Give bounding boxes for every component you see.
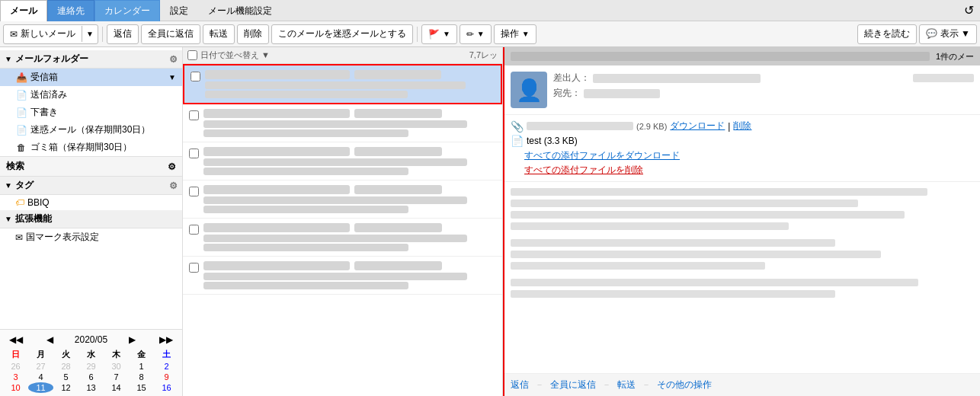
separator-1 xyxy=(102,27,103,42)
email-row-4[interactable] xyxy=(183,180,502,219)
email-preview-3 xyxy=(203,168,408,175)
select-all-checkbox[interactable] xyxy=(187,50,197,60)
cal-prev-prev[interactable]: ◀◀ xyxy=(6,334,26,345)
spam-folder[interactable]: 📄 迷惑メール（保存期間30日） xyxy=(0,121,182,139)
cal-day-27[interactable]: 27 xyxy=(28,361,53,372)
email-subject-5 xyxy=(203,235,467,242)
email-row-5[interactable] xyxy=(183,219,502,257)
cal-day-5[interactable]: 5 xyxy=(53,372,78,382)
bbiq-tag[interactable]: 🏷 BBIQ xyxy=(0,195,182,210)
email-row-3[interactable] xyxy=(183,142,502,180)
tab-mail[interactable]: メール xyxy=(0,0,47,21)
operations-button[interactable]: 操作 ▼ xyxy=(494,24,536,44)
footer-more-link[interactable]: その他の操作 xyxy=(657,378,712,391)
footer-sep-2: － xyxy=(602,378,611,391)
email-checkbox-6[interactable] xyxy=(189,263,199,273)
detail-header-bar: 1件のメー xyxy=(504,47,980,65)
email-checkbox-1[interactable] xyxy=(191,72,200,81)
sort-label[interactable]: 日付で並べ替え ▼ xyxy=(200,50,270,61)
email-row-2[interactable] xyxy=(183,104,502,142)
new-mail-button[interactable]: ✉ 新しいメール ▼ xyxy=(3,24,98,44)
extensions-section[interactable]: ▼ 拡張機能 xyxy=(0,210,182,228)
cal-day-26[interactable]: 26 xyxy=(3,361,28,372)
cal-day-9[interactable]: 9 xyxy=(154,372,179,382)
email-checkbox-4[interactable] xyxy=(189,187,199,196)
email-sender-3 xyxy=(203,147,350,156)
continue-reading-button[interactable]: 続きを読む xyxy=(857,24,917,44)
tab-contacts[interactable]: 連絡先 xyxy=(47,0,94,21)
reply-button[interactable]: 返信 xyxy=(107,24,139,44)
email-list-header[interactable]: 日付で並べ替え ▼ 7,7レッ xyxy=(183,47,502,64)
cal-day-14[interactable]: 14 xyxy=(104,382,129,393)
cal-next[interactable]: ▶ xyxy=(126,334,139,345)
cal-day-6[interactable]: 6 xyxy=(78,372,104,382)
tab-calendar[interactable]: カレンダー xyxy=(94,0,160,21)
cal-day-7[interactable]: 7 xyxy=(104,372,129,382)
cal-day-28[interactable]: 28 xyxy=(53,361,78,372)
new-mail-dropdown[interactable]: ▼ xyxy=(82,28,98,40)
action-btn-1[interactable]: 🚩▼ xyxy=(421,24,457,44)
email-content-4 xyxy=(203,185,496,213)
attachment-1-icon: 📎 xyxy=(511,120,524,133)
email-checkbox-3[interactable] xyxy=(189,148,199,158)
detail-count: 1件のメー xyxy=(936,51,974,62)
email-date-4 xyxy=(354,185,442,194)
new-mail-label: 新しいメール xyxy=(21,27,75,40)
folder-gear-icon[interactable]: ⚙ xyxy=(169,54,178,65)
cal-day-15[interactable]: 15 xyxy=(129,382,154,393)
footer-reply-link[interactable]: 返信 xyxy=(511,378,529,391)
search-gear-icon[interactable]: ⚙ xyxy=(168,161,176,172)
email-row-6[interactable] xyxy=(183,257,502,295)
tags-label: タグ xyxy=(15,179,34,192)
drafts-folder[interactable]: 📄 下書き xyxy=(0,104,182,121)
new-mail-main[interactable]: ✉ 新しいメール xyxy=(4,26,82,42)
tab-mail-settings[interactable]: メール機能設定 xyxy=(198,0,282,21)
country-mark-item[interactable]: ✉ 国マーク表示設定 xyxy=(0,228,182,246)
inbox-folder[interactable]: 📥 受信箱 ▼ xyxy=(0,69,182,86)
display-button[interactable]: 💬 表示 ▼ xyxy=(919,24,977,44)
action-btn-2[interactable]: ✏▼ xyxy=(460,24,492,44)
cal-day-3[interactable]: 3 xyxy=(3,372,28,382)
email-subject-2 xyxy=(203,120,467,128)
delete-all-link[interactable]: すべての添付ファイルを削除 xyxy=(524,164,643,177)
top-navigation: メール 連絡先 カレンダー 設定 メール機能設定 ↺ xyxy=(0,0,980,21)
cal-day-16[interactable]: 16 xyxy=(154,382,179,393)
sent-folder[interactable]: 📄 送信済み xyxy=(0,86,182,104)
forward-button[interactable]: 転送 xyxy=(203,24,235,44)
sent-label: 送信済み xyxy=(30,88,67,101)
cal-day-8[interactable]: 8 xyxy=(129,372,154,382)
mail-folders-section[interactable]: ▼ メールフォルダー ⚙ xyxy=(0,50,182,69)
cal-header-tue: 火 xyxy=(53,348,78,361)
cal-prev[interactable]: ◀ xyxy=(43,334,56,345)
cal-day-12[interactable]: 12 xyxy=(53,382,78,393)
cal-day-10[interactable]: 10 xyxy=(3,382,28,393)
detail-footer: 返信 － 全員に返信 － 転送 － その他の操作 xyxy=(504,373,980,396)
delete-button[interactable]: 削除 xyxy=(237,24,269,44)
tab-settings[interactable]: 設定 xyxy=(160,0,198,21)
cal-day-4[interactable]: 4 xyxy=(28,372,53,382)
cal-day-11-today[interactable]: 11 xyxy=(28,382,53,393)
reply-all-button[interactable]: 全員に返信 xyxy=(141,24,200,44)
email-row-selected[interactable] xyxy=(183,64,502,104)
refresh-button[interactable]: ↺ xyxy=(958,0,980,21)
cal-day-29[interactable]: 29 xyxy=(78,361,104,372)
tags-gear-icon[interactable]: ⚙ xyxy=(169,180,178,191)
email-checkbox-5[interactable] xyxy=(189,225,199,235)
footer-reply-all-link[interactable]: 全員に返信 xyxy=(550,378,596,391)
cal-header-mon: 月 xyxy=(28,348,53,361)
cal-next-next[interactable]: ▶▶ xyxy=(156,334,176,345)
cal-day-13[interactable]: 13 xyxy=(78,382,104,393)
download-all-link[interactable]: すべての添付ファイルをダウンロード xyxy=(524,149,680,162)
cal-day-2[interactable]: 2 xyxy=(154,361,179,372)
footer-sep-3: － xyxy=(642,378,651,391)
footer-forward-link[interactable]: 転送 xyxy=(617,378,636,391)
cal-day-30[interactable]: 30 xyxy=(104,361,129,372)
delete-attachment-link[interactable]: 削除 xyxy=(733,120,751,133)
download-link[interactable]: ダウンロード xyxy=(670,120,725,133)
spam-button[interactable]: このメールを迷惑メールとする xyxy=(271,24,413,44)
trash-folder[interactable]: 🗑 ゴミ箱（保存期間30日） xyxy=(0,139,182,156)
email-checkbox-2[interactable] xyxy=(189,110,199,120)
cal-day-1[interactable]: 1 xyxy=(129,361,154,372)
from-date xyxy=(913,74,974,82)
tags-section[interactable]: ▼ タグ ⚙ xyxy=(0,177,182,195)
